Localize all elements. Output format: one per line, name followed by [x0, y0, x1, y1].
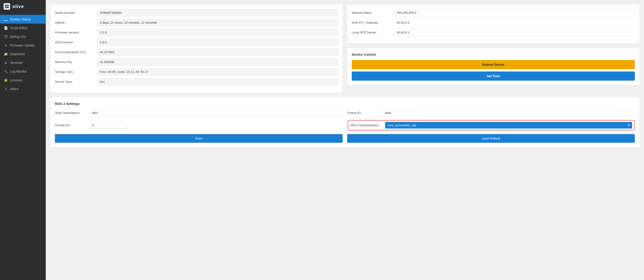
core-temp-row: Core temperature (°C): — [55, 49, 338, 56]
sidebar-item-label-about: About — [10, 87, 18, 91]
sidebar-item-label-firmware-update: Firmware Update — [10, 44, 34, 47]
terminal-icon: 🖥 — [4, 61, 8, 65]
logo-text: olive — [12, 4, 24, 9]
sidebar-item-label-system-status: System Status — [10, 18, 31, 21]
domain-id-input[interactable] — [90, 122, 126, 129]
serial-number-label: Serial Number: — [55, 11, 97, 15]
dcm-version-label: DCM version: — [55, 41, 97, 44]
device-control-buttons: Reboot Device Set Time — [352, 60, 635, 81]
sidebar-item-terminal[interactable]: 🖥 Terminal — [0, 58, 46, 67]
device-type-input[interactable] — [97, 78, 338, 85]
sidebar-item-label-debug-gui: Debug GUI — [10, 35, 26, 39]
uptime-label: Uptime: — [55, 21, 97, 24]
topic-namespace-input[interactable] — [90, 109, 342, 116]
memory-input[interactable] — [97, 58, 338, 66]
script-editor-icon: 📄 — [4, 26, 8, 30]
firmware-version-label: Firmware version: — [55, 31, 97, 34]
gateway-label: Host PC / Gateway: — [352, 21, 394, 24]
system-info-card: Serial Number: Uptime: Firmware version:… — [50, 5, 342, 93]
sidebar-item-debug-gui[interactable]: 🎬 Debug GUI — [0, 32, 46, 41]
memory-label: Memory (%): — [55, 60, 97, 64]
domain-id-label: Domain ID: — [55, 123, 87, 127]
network-card: Network Mask: Host PC / Gateway: Local N… — [347, 5, 640, 43]
storage-label: Storage (Gb): — [55, 70, 97, 74]
dds-implementation-row: DDS Implementation: rmw_cyclonedds_cpp r… — [348, 120, 635, 130]
gateway-input[interactable] — [394, 19, 635, 26]
dds-label: DDS Implementation: — [350, 123, 382, 127]
serial-number-row: Serial Number: — [55, 9, 338, 16]
sidebar: olive 💻 System Status 📄 Script Editor 🎬 … — [0, 0, 46, 280]
device-control-title: Device Control — [352, 53, 635, 56]
network-mask-input[interactable] — [394, 9, 635, 16]
ros2-bottom-buttons: Save Load Default — [55, 134, 635, 143]
main-content: Serial Number: Uptime: Firmware version:… — [46, 0, 644, 280]
ntp-server-row: Local NTP Server: — [352, 29, 635, 36]
sidebar-item-licenses[interactable]: ⭐ Licenses — [0, 76, 46, 85]
save-button[interactable]: Save — [55, 134, 342, 143]
dds-select[interactable]: rmw_cyclonedds_cpp rmw_fastrtps_cpp — [385, 122, 632, 128]
debug-gui-icon: 🎬 — [4, 35, 8, 39]
device-type-row: Device Type: — [55, 78, 338, 85]
frame-id-input[interactable] — [382, 109, 635, 116]
memory-row: Memory (%): — [55, 58, 338, 66]
network-mask-row: Network Mask: — [352, 9, 635, 16]
frame-id-row: Frame ID: — [348, 109, 635, 116]
firmware-update-icon: ⚙ — [4, 43, 8, 47]
about-icon: ℹ — [4, 87, 8, 91]
core-temp-input[interactable] — [97, 49, 338, 56]
topic-namespace-row: Topic Namespace: — [55, 109, 342, 116]
sidebar-item-script-editor[interactable]: 📄 Script Editor — [0, 24, 46, 32]
sidebar-nav: 💻 System Status 📄 Script Editor 🎬 Debug … — [0, 13, 46, 280]
licenses-icon: ⭐ — [4, 78, 8, 82]
sidebar-item-label-log-monitor: Log Monitor — [10, 70, 27, 73]
serial-number-input[interactable] — [97, 9, 338, 16]
top-section: Serial Number: Uptime: Firmware version:… — [50, 5, 640, 97]
log-monitor-icon: 🔧 — [4, 69, 8, 74]
storage-input[interactable] — [97, 68, 338, 75]
dcm-version-row: DCM version: — [55, 39, 338, 46]
logo-icon — [4, 3, 10, 10]
gateway-row: Host PC / Gateway: — [352, 19, 635, 26]
sidebar-item-label-script-editor: Script Editor — [10, 26, 28, 30]
set-time-button[interactable]: Set Time — [352, 71, 635, 81]
right-column: Network Mask: Host PC / Gateway: Local N… — [347, 5, 640, 97]
datasheet-icon: 📁 — [4, 52, 8, 56]
sidebar-item-about[interactable]: ℹ About — [0, 85, 46, 93]
svg-rect-3 — [7, 7, 9, 8]
device-control-card: Device Control Reboot Device Set Time — [347, 48, 640, 85]
device-type-label: Device Type: — [55, 80, 97, 83]
sidebar-item-label-datasheet: Datasheet — [10, 52, 25, 56]
uptime-input[interactable] — [97, 19, 338, 26]
network-mask-label: Network Mask: — [352, 11, 394, 15]
load-default-button[interactable]: Load Default — [347, 134, 635, 143]
sidebar-item-label-terminal: Terminal — [10, 61, 22, 65]
uptime-row: Uptime: — [55, 19, 338, 26]
topic-namespace-label: Topic Namespace: — [55, 111, 87, 114]
storage-row: Storage (Gb): — [55, 68, 338, 75]
svg-rect-0 — [5, 5, 7, 6]
ntp-server-label: Local NTP Server: — [352, 31, 394, 34]
domain-id-row: Domain ID: — [55, 120, 342, 130]
logo-area: olive — [0, 0, 46, 13]
sidebar-item-system-status[interactable]: 💻 System Status — [0, 15, 46, 24]
sidebar-item-label-licenses: Licenses — [10, 78, 23, 82]
ros2-grid: Topic Namespace: Frame ID: Domain ID: DD… — [55, 109, 635, 130]
reboot-device-button[interactable]: Reboot Device — [352, 60, 635, 69]
firmware-version-input[interactable] — [97, 29, 338, 36]
sidebar-item-log-monitor[interactable]: 🔧 Log Monitor — [0, 67, 46, 76]
sidebar-item-datasheet[interactable]: 📁 Datasheet — [0, 50, 46, 58]
svg-rect-2 — [5, 7, 7, 8]
core-temp-label: Core temperature (°C): — [55, 50, 97, 54]
svg-rect-1 — [7, 5, 9, 6]
ntp-server-input[interactable] — [394, 29, 635, 36]
dcm-version-input[interactable] — [97, 39, 338, 46]
ros2-title: ROS 2 Settings — [55, 102, 635, 106]
frame-id-label: Frame ID: — [348, 111, 380, 114]
firmware-version-row: Firmware version: — [55, 29, 338, 36]
system-status-icon: 💻 — [4, 17, 8, 21]
ros2-settings-card: ROS 2 Settings Topic Namespace: Frame ID… — [50, 97, 640, 147]
sidebar-item-firmware-update[interactable]: ⚙ Firmware Update — [0, 41, 46, 50]
